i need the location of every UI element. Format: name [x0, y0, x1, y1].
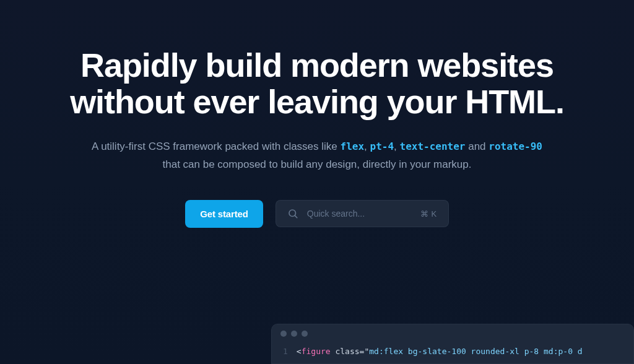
editor-body: 1 <figure class="md:flex bg-slate-100 ro… — [272, 343, 633, 363]
traffic-maximize-icon — [302, 331, 308, 337]
editor-titlebar — [272, 324, 633, 343]
hero-headline: Rapidly build modern websites without ev… — [32, 47, 602, 121]
line-number: 1 — [272, 345, 297, 358]
headline-line-1: Rapidly build modern websites — [80, 46, 554, 84]
code-chip-pt4: pt-4 — [370, 141, 394, 152]
code-chip-text-center: text-center — [400, 141, 466, 152]
headline-line-2: without ever leaving your HTML. — [70, 83, 564, 120]
subhead-sep1: , — [364, 141, 370, 152]
svg-line-1 — [295, 215, 297, 217]
search-icon — [287, 208, 298, 219]
subhead-sep2: , — [394, 141, 399, 152]
subhead-prefix: A utility-first CSS framework packed wit… — [92, 141, 341, 152]
tok-open-angle: < — [297, 347, 302, 356]
code-chip-rotate-90: rotate-90 — [489, 141, 542, 152]
get-started-button[interactable]: Get started — [185, 200, 263, 228]
cta-row: Get started Quick search... ⌘ K — [0, 200, 634, 228]
search-shortcut: ⌘ K — [420, 209, 437, 219]
traffic-close-icon — [280, 331, 287, 337]
traffic-minimize-icon — [291, 331, 297, 337]
search-placeholder: Quick search... — [307, 209, 420, 219]
code-line-1: <figure class="md:flex bg-slate-100 roun… — [297, 345, 583, 358]
tok-attr-class: class — [335, 347, 359, 356]
tok-class-value: md:flex bg-slate-100 rounded-xl p-8 md:p… — [369, 347, 582, 356]
subhead-and: and — [465, 141, 489, 152]
tok-tag-figure: figure — [302, 347, 331, 356]
traffic-lights — [280, 331, 308, 337]
subhead-suffix: that can be composed to build any design… — [163, 158, 472, 170]
hero-subhead: A utility-first CSS framework packed wit… — [88, 138, 546, 174]
code-editor-window: 1 <figure class="md:flex bg-slate-100 ro… — [271, 324, 634, 364]
code-chip-flex: flex — [341, 141, 365, 152]
quick-search-button[interactable]: Quick search... ⌘ K — [276, 200, 449, 227]
